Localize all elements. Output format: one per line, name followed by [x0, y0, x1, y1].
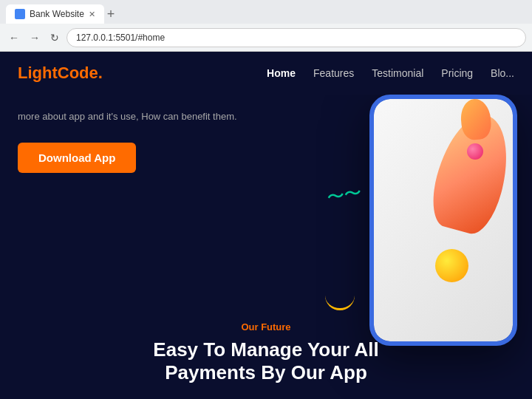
logo-code: Code	[58, 64, 98, 82]
hero-text: more about app and it's use, How can ben…	[18, 109, 358, 173]
logo-dot: .	[98, 64, 103, 82]
phone-screen	[374, 99, 513, 341]
nav-link-blog[interactable]: Blo...	[491, 67, 514, 79]
nav-item-blog[interactable]: Blo...	[491, 66, 514, 80]
tab-favicon	[15, 9, 25, 19]
hero-subtext: more about app and it's use, How can ben…	[18, 109, 358, 125]
nav-link-testimonial[interactable]: Testimonial	[372, 67, 423, 79]
sphere-yellow-decoration	[435, 249, 468, 282]
nav-link-features[interactable]: Features	[313, 67, 354, 79]
nav-link-pricing[interactable]: Pricing	[441, 67, 473, 79]
finger-tip-decoration	[460, 99, 493, 141]
bottom-heading: Easy To Manage Your All Payments By Our …	[18, 338, 514, 384]
nav-item-testimonial[interactable]: Testimonial	[372, 66, 423, 80]
sphere-pink-decoration	[467, 143, 483, 160]
bottom-heading-line2: Payments By Our App	[18, 361, 514, 384]
nav-links: Home Features Testimonial Pricing Blo...	[267, 66, 514, 80]
bottom-heading-line1: Easy To Manage Your All	[18, 338, 514, 361]
active-tab[interactable]: Bank Website ✕	[6, 4, 104, 24]
download-app-button[interactable]: Download App	[18, 143, 136, 173]
nav-item-pricing[interactable]: Pricing	[441, 66, 473, 80]
address-bar-row: ← → ↻	[0, 24, 532, 52]
address-input[interactable]	[66, 28, 526, 47]
squiggle-decoration: 〜〜	[325, 180, 364, 210]
tab-bar: Bank Website ✕ +	[0, 0, 532, 24]
nav-item-home[interactable]: Home	[267, 66, 296, 80]
hero-section: more about app and it's use, How can ben…	[0, 95, 532, 399]
logo: LightCode.	[18, 64, 103, 83]
reload-button[interactable]: ↻	[47, 30, 62, 45]
tab-close-button[interactable]: ✕	[89, 10, 95, 19]
our-future-label: Our Future	[18, 321, 514, 332]
logo-light: Light	[18, 64, 58, 82]
forward-button[interactable]: →	[27, 30, 43, 45]
new-tab-button[interactable]: +	[107, 7, 115, 21]
bottom-section: Our Future Easy To Manage Your All Payme…	[0, 307, 532, 399]
navbar: LightCode. Home Features Testimonial Pri…	[0, 52, 532, 95]
nav-link-home[interactable]: Home	[267, 67, 296, 79]
website-content: LightCode. Home Features Testimonial Pri…	[0, 52, 532, 399]
tab-title: Bank Website	[30, 9, 84, 19]
back-button[interactable]: ←	[6, 30, 22, 45]
nav-item-features[interactable]: Features	[313, 66, 354, 80]
browser-chrome: Bank Website ✕ + ← → ↻	[0, 0, 532, 52]
